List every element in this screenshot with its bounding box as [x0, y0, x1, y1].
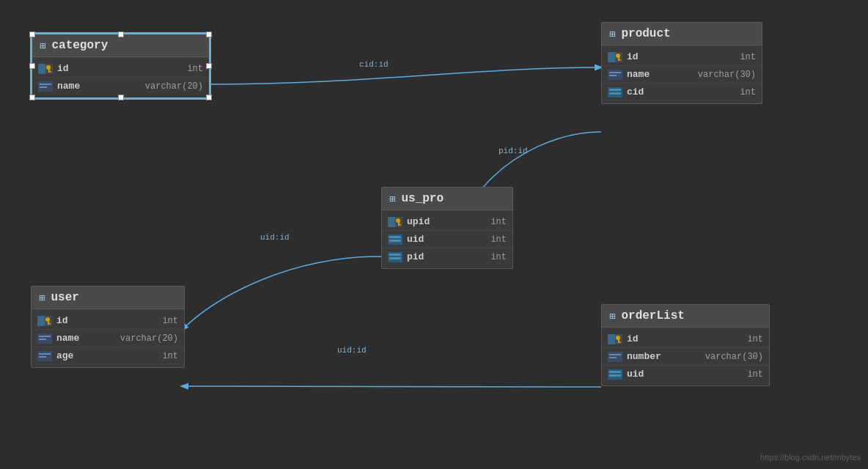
- handle-bm[interactable]: [118, 95, 124, 100]
- field-row-uspro-pid[interactable]: pid int: [382, 248, 512, 265]
- svg-rect-8: [608, 52, 615, 62]
- table-product[interactable]: ⊞ product id int: [601, 22, 762, 104]
- field-name-orderlist-id: id: [627, 333, 743, 344]
- field-name-category-id: id: [57, 63, 183, 74]
- field-row-uspro-uid[interactable]: uid int: [382, 231, 512, 248]
- svg-rect-15: [609, 75, 617, 76]
- svg-rect-23: [398, 224, 401, 226]
- pk-icon-orderlist-id: [608, 334, 622, 344]
- field-name-orderlist-uid: uid: [627, 369, 743, 380]
- pk-icon-uspro-upid: [388, 217, 402, 227]
- field-row-category-name[interactable]: name varchar(20): [32, 78, 209, 95]
- conn-label-uid-id-2: uid:id: [337, 346, 367, 355]
- svg-rect-39: [39, 353, 51, 355]
- svg-rect-41: [608, 334, 615, 344]
- handle-bl[interactable]: [29, 95, 35, 100]
- table-category[interactable]: ⊞ category id int: [31, 33, 210, 99]
- field-type-category-name: varchar(20): [145, 81, 203, 92]
- field-row-orderlist-uid[interactable]: uid int: [602, 366, 769, 383]
- svg-rect-0: [38, 64, 45, 74]
- table-title-category: category: [51, 39, 108, 52]
- handle-tr[interactable]: [206, 32, 212, 37]
- field-type-product-id: int: [740, 52, 756, 62]
- table-header-us-pro: ⊞ us_pro: [382, 188, 512, 210]
- svg-rect-48: [609, 357, 617, 358]
- table-grid-icon: ⊞: [40, 40, 45, 52]
- field-row-user-age[interactable]: age int: [32, 347, 184, 364]
- field-row-orderlist-id[interactable]: id int: [602, 330, 769, 348]
- field-row-user-id[interactable]: id int: [32, 312, 184, 330]
- field-row-user-name[interactable]: name varchar(20): [32, 330, 184, 347]
- table-fields-category: id int name varchar(20): [32, 57, 209, 97]
- svg-rect-4: [48, 71, 51, 73]
- table-header-category: ⊞ category: [32, 34, 209, 57]
- table-grid-icon-user: ⊞: [39, 292, 45, 304]
- svg-rect-26: [389, 240, 401, 242]
- table-fields-us-pro: upid int uid int: [382, 210, 512, 268]
- table-title-us-pro: us_pro: [401, 192, 444, 205]
- field-row-product-id[interactable]: id int: [602, 48, 762, 66]
- svg-rect-12: [618, 59, 621, 61]
- field-name-uspro-upid: upid: [407, 216, 486, 227]
- svg-rect-40: [39, 356, 46, 358]
- svg-rect-30: [37, 316, 45, 326]
- field-type-uspro-pid: int: [490, 252, 507, 262]
- svg-rect-14: [609, 72, 621, 73]
- field-name-user-name: name: [56, 333, 116, 344]
- svg-rect-28: [389, 254, 401, 256]
- field-type-orderlist-id: int: [747, 334, 763, 344]
- svg-rect-51: [609, 374, 621, 377]
- table-title-product: product: [621, 27, 670, 40]
- svg-rect-34: [48, 323, 51, 325]
- field-icon-product-name: [608, 70, 622, 80]
- field-row-orderlist-number[interactable]: number varchar(30): [602, 348, 769, 366]
- svg-rect-7: [40, 86, 47, 88]
- pk-icon-category-id: [38, 64, 53, 74]
- field-name-orderlist-number: number: [627, 351, 701, 362]
- table-grid-icon-us-pro: ⊞: [389, 193, 395, 205]
- table-title-orderlist: orderList: [621, 309, 684, 322]
- handle-tm[interactable]: [118, 32, 124, 37]
- fk-icon-product-cid: [608, 87, 622, 97]
- table-title-user: user: [51, 291, 78, 304]
- fk-icon-orderlist-uid: [608, 369, 622, 380]
- svg-rect-17: [609, 89, 621, 91]
- table-user[interactable]: ⊞ user id int: [31, 286, 185, 368]
- table-us-pro[interactable]: ⊞ us_pro upid int: [381, 187, 513, 269]
- svg-rect-19: [388, 217, 395, 227]
- field-row-category-id[interactable]: id int: [32, 60, 209, 78]
- field-name-product-cid: cid: [627, 86, 735, 97]
- table-fields-product: id int name varchar(30): [602, 45, 762, 103]
- svg-rect-18: [609, 92, 621, 95]
- field-type-category-id: int: [187, 64, 203, 74]
- table-fields-user: id int name varchar(20): [32, 309, 184, 367]
- watermark: https://blog.csdn.net/mbytes: [760, 453, 861, 462]
- field-row-product-name[interactable]: name varchar(30): [602, 66, 762, 84]
- svg-rect-37: [39, 339, 46, 340]
- handle-lm[interactable]: [29, 63, 35, 69]
- field-icon-category-name: [38, 81, 53, 92]
- table-header-orderlist: ⊞ orderList: [602, 305, 769, 328]
- field-type-user-id: int: [162, 316, 178, 326]
- table-grid-icon-product: ⊞: [609, 28, 615, 40]
- svg-rect-36: [39, 336, 51, 337]
- field-name-product-name: name: [627, 69, 694, 80]
- field-row-product-cid[interactable]: cid int: [602, 84, 762, 100]
- table-orderlist[interactable]: ⊞ orderList id int: [601, 304, 770, 386]
- field-type-uspro-uid: int: [490, 234, 507, 245]
- field-name-user-age: age: [56, 350, 158, 361]
- conn-label-cid-id: cid:id: [359, 60, 389, 69]
- field-name-category-name: name: [57, 81, 141, 92]
- fk-icon-uspro-uid: [388, 234, 402, 245]
- field-icon-orderlist-number: [608, 352, 622, 362]
- svg-rect-45: [618, 341, 621, 343]
- handle-rm[interactable]: [206, 63, 212, 69]
- svg-rect-50: [609, 371, 621, 373]
- field-name-uspro-pid: pid: [407, 251, 486, 262]
- field-row-uspro-upid[interactable]: upid int: [382, 213, 512, 231]
- conn-label-pid-id: pid:id: [499, 147, 528, 155]
- handle-br[interactable]: [206, 95, 212, 100]
- table-fields-orderlist: id int number varchar(30): [602, 328, 769, 385]
- handle-tl[interactable]: [29, 32, 35, 37]
- field-type-orderlist-number: varchar(30): [705, 352, 763, 362]
